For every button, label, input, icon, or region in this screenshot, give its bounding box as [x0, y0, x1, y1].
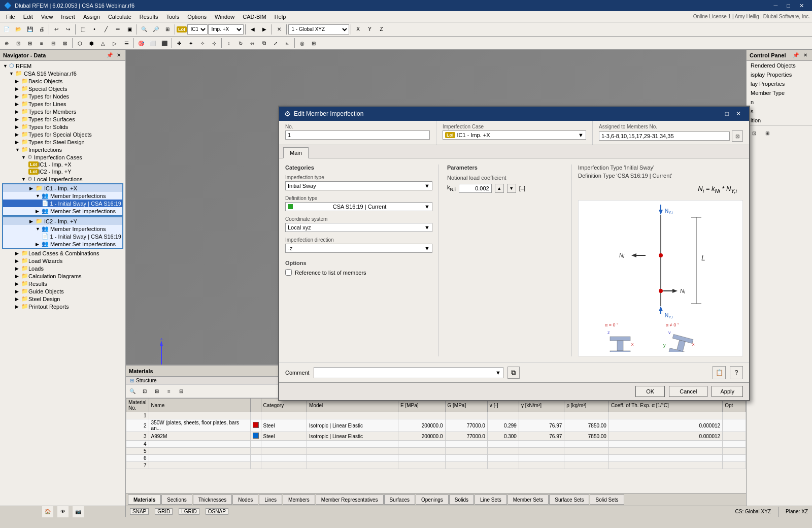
member-imp-1-arrow[interactable]: ▼	[36, 193, 42, 199]
menu-insert[interactable]: Insert	[57, 13, 79, 21]
menu-help[interactable]: Help	[270, 13, 290, 21]
tb-r18[interactable]: ⊹	[209, 38, 220, 49]
status-snap[interactable]: SNAP	[130, 508, 149, 515]
menu-view[interactable]: View	[37, 13, 57, 21]
tb-node[interactable]: •	[89, 24, 100, 35]
tree-local-imp[interactable]: ▼ ⚙ Local Imperfections	[0, 175, 125, 183]
tree-initial-sway-1[interactable]: 📄 1 - Initial Sway | CSA S16:19	[3, 200, 122, 207]
tree-member-imp-2[interactable]: ▼ 👥 Member Imperfections	[3, 225, 122, 233]
tree-types-steel[interactable]: ▶ 📁 Types for Steel Design	[0, 138, 125, 146]
tb-r16[interactable]: ✦	[185, 38, 196, 49]
cp-display-props[interactable]: isplay Properties	[747, 70, 812, 79]
tb-r1[interactable]: ⊕	[1, 38, 12, 49]
cancel-btn[interactable]: Cancel	[669, 386, 707, 397]
tree-rfem[interactable]: ▼ ⬡ RFEM	[0, 62, 125, 70]
mat-tb-5[interactable]: ⊟	[176, 386, 187, 397]
imp-combo[interactable]: Imp. +X	[208, 24, 244, 35]
bottom-tab[interactable]: Thicknesses	[193, 494, 232, 505]
tree-calc-diagrams[interactable]: ▶ 📁 Calculation Diagrams	[0, 272, 125, 280]
bottom-tab[interactable]: Sections	[161, 494, 192, 505]
comment-input[interactable]: ▼	[314, 367, 503, 378]
tree-ic1[interactable]: LoI IC1 - Imp. +X	[0, 161, 125, 168]
tb-r15[interactable]: ✤	[174, 38, 185, 49]
tb-r12[interactable]: 🎯	[136, 38, 147, 49]
calc-diagrams-arrow[interactable]: ▶	[15, 274, 21, 279]
tb-r3[interactable]: ⊞	[24, 38, 36, 49]
bottom-tab[interactable]: Line Sets	[475, 494, 507, 505]
dialog-footer-icon-1[interactable]: 📋	[713, 366, 726, 379]
tb-scale[interactable]: ⤢	[270, 38, 281, 49]
tree-ic1-local[interactable]: ▶ 📁 IC1 - Imp. +X	[3, 184, 122, 192]
tab-main[interactable]: Main	[283, 147, 309, 158]
load-wizards-arrow[interactable]: ▶	[15, 258, 21, 263]
cp-ition[interactable]: ition	[747, 116, 812, 125]
loads-arrow[interactable]: ▶	[15, 266, 21, 271]
close-btn[interactable]: ✕	[795, 2, 808, 10]
types-members-arrow[interactable]: ▶	[15, 109, 21, 114]
assigned-select-btn[interactable]: ⊡	[732, 130, 743, 142]
minimize-btn[interactable]: ─	[770, 2, 782, 10]
menu-edit[interactable]: Edit	[19, 13, 37, 21]
tb-r13[interactable]: ⬜	[147, 38, 158, 49]
ok-btn[interactable]: OK	[635, 386, 665, 397]
tb-snap[interactable]: ◎	[296, 38, 308, 49]
tree-results[interactable]: ▶ 📁 Results	[0, 280, 125, 287]
types-solids-arrow[interactable]: ▶	[15, 124, 21, 129]
member-set-imp-1-arrow[interactable]: ▶	[36, 209, 42, 214]
printout-arrow[interactable]: ▶	[15, 304, 21, 309]
types-special-arrow[interactable]: ▶	[15, 132, 21, 137]
tree-types-solids[interactable]: ▶ 📁 Types for Solids	[0, 123, 125, 130]
tree-types-special[interactable]: ▶ 📁 Types for Special Objects	[0, 130, 125, 138]
member-set-imp-2-arrow[interactable]: ▶	[36, 242, 42, 247]
imp-direction-combo[interactable]: -z ▼	[285, 244, 432, 253]
tb-r7[interactable]: ⬡	[74, 38, 85, 49]
tb-r2[interactable]: ⊡	[13, 38, 24, 49]
tree-types-members[interactable]: ▶ 📁 Types for Members	[0, 108, 125, 115]
tb-r5[interactable]: ⊟	[48, 38, 59, 49]
bottom-tab[interactable]: Lines	[259, 494, 282, 505]
rfem-arrow[interactable]: ▼	[3, 63, 9, 69]
tb-r14[interactable]: ⬛	[159, 38, 170, 49]
imperfections-arrow[interactable]: ▼	[15, 147, 21, 152]
tb-save[interactable]: 💾	[24, 24, 36, 35]
menu-tools[interactable]: Tools	[162, 13, 183, 21]
tb-zoom-all[interactable]: ⊞	[162, 24, 173, 35]
project-arrow[interactable]: ▼	[9, 71, 15, 76]
coord-system-combo[interactable]: Local xyz ▼	[285, 223, 432, 232]
cp-btn-1[interactable]: ⊡	[749, 127, 760, 139]
tree-printout[interactable]: ▶ 📁 Printout Reports	[0, 303, 125, 310]
no-input[interactable]	[285, 130, 430, 140]
mat-tb-3[interactable]: ⊞	[151, 386, 162, 397]
nav-home-btn[interactable]: 🏠	[42, 506, 53, 517]
tree-imperfections[interactable]: ▼ 📁 Imperfections	[0, 146, 125, 153]
reference-checkbox[interactable]	[285, 269, 292, 276]
local-imp-arrow[interactable]: ▼	[21, 177, 27, 182]
tb-surface[interactable]: ▣	[124, 24, 135, 35]
tb-r4[interactable]: ≡	[36, 38, 47, 49]
imp-case-value[interactable]: LoI IC1 - Imp. +X ▼	[443, 130, 586, 140]
imperfection-type-combo[interactable]: Initial Sway ▼	[285, 181, 432, 190]
tree-basic-objects[interactable]: ▶ 📁 Basic Objects	[0, 77, 125, 85]
tb-view-z[interactable]: Z	[376, 24, 387, 35]
results-arrow[interactable]: ▶	[15, 281, 21, 286]
dialog-close-btn[interactable]: ✕	[733, 110, 744, 118]
cp-btn-2[interactable]: ⊞	[762, 127, 773, 139]
cp-n[interactable]: n	[747, 97, 812, 107]
tree-imp-cases[interactable]: ▼ ⚙ Imperfection Cases	[0, 153, 125, 161]
kni-up-btn[interactable]: ▲	[495, 184, 504, 193]
tree-member-set-imp-1[interactable]: ▶ 👥 Member Set Imperfections	[3, 207, 122, 215]
tb-zoom-out[interactable]: 🔎	[150, 24, 161, 35]
status-grid[interactable]: GRID	[155, 508, 173, 515]
tb-new[interactable]: 📄	[1, 24, 12, 35]
types-steel-arrow[interactable]: ▶	[15, 140, 21, 145]
bottom-tab[interactable]: Materials	[128, 494, 161, 505]
tree-member-imp-1[interactable]: ▼ 👥 Member Imperfections	[3, 192, 122, 200]
tree-special-objects[interactable]: ▶ 📁 Special Objects	[0, 85, 125, 92]
tb-line[interactable]: ╱	[100, 24, 112, 35]
menu-cadbim[interactable]: CAD-BIM	[239, 13, 270, 21]
tb-view-y[interactable]: Y	[364, 24, 376, 35]
bottom-tab[interactable]: Member Representatives	[316, 494, 384, 505]
tb-view-x[interactable]: X	[353, 24, 364, 35]
status-lgrid[interactable]: LGRID	[179, 508, 199, 515]
tree-types-lines[interactable]: ▶ 📁 Types for Lines	[0, 100, 125, 108]
